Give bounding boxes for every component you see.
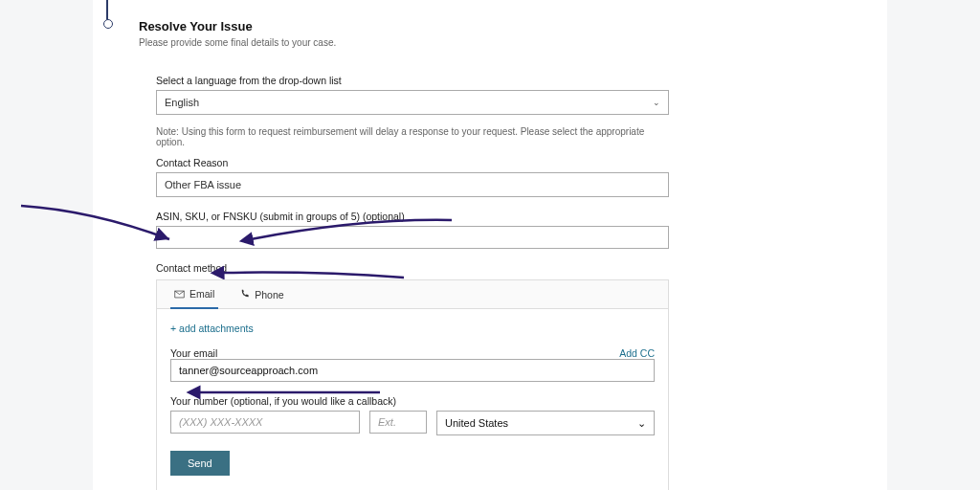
tab-email[interactable]: Email	[170, 280, 218, 309]
asin-input[interactable]	[156, 226, 669, 249]
tab-email-label: Email	[189, 288, 214, 300]
email-input[interactable]: tanner@sourceapproach.com	[170, 359, 655, 382]
page-subtitle: Please provide some final details to you…	[139, 37, 858, 48]
ext-input[interactable]	[369, 411, 427, 434]
page-title: Resolve Your Issue	[139, 19, 858, 33]
your-number-label: Your number (optional, if you would like…	[170, 395, 655, 407]
country-select[interactable]: United States ⌄	[436, 411, 655, 435]
add-cc-link[interactable]: Add CC	[619, 347, 655, 359]
language-label: Select a language from the drop-down lis…	[156, 75, 669, 86]
contact-method-card: Email Phone + add attachments Your email…	[156, 279, 669, 490]
phone-icon	[239, 289, 250, 300]
country-value: United States	[445, 417, 508, 429]
your-email-label: Your email	[170, 347, 217, 359]
send-button[interactable]: Send	[170, 451, 230, 476]
email-icon	[174, 289, 185, 300]
language-select[interactable]: English ⌄	[156, 90, 669, 115]
contact-method-label: Contact method	[156, 262, 669, 274]
add-attachments-link[interactable]: + add attachments	[170, 323, 254, 334]
chevron-down-icon: ⌄	[653, 98, 660, 107]
reason-label: Contact Reason	[156, 157, 669, 168]
progress-track	[106, 0, 108, 23]
email-value: tanner@sourceapproach.com	[179, 365, 318, 376]
language-selected: English	[165, 97, 199, 108]
asin-label: ASIN, SKU, or FNSKU (submit in groups of…	[156, 211, 669, 222]
tab-phone[interactable]: Phone	[235, 280, 287, 308]
reimbursement-note: Note: Using this form to request reimbur…	[156, 126, 669, 147]
tab-phone-label: Phone	[255, 289, 283, 301]
chevron-down-icon: ⌄	[637, 417, 646, 430]
phone-input[interactable]	[170, 411, 360, 434]
reason-input[interactable]: Other FBA issue	[156, 172, 669, 197]
reason-value: Other FBA issue	[165, 179, 241, 190]
